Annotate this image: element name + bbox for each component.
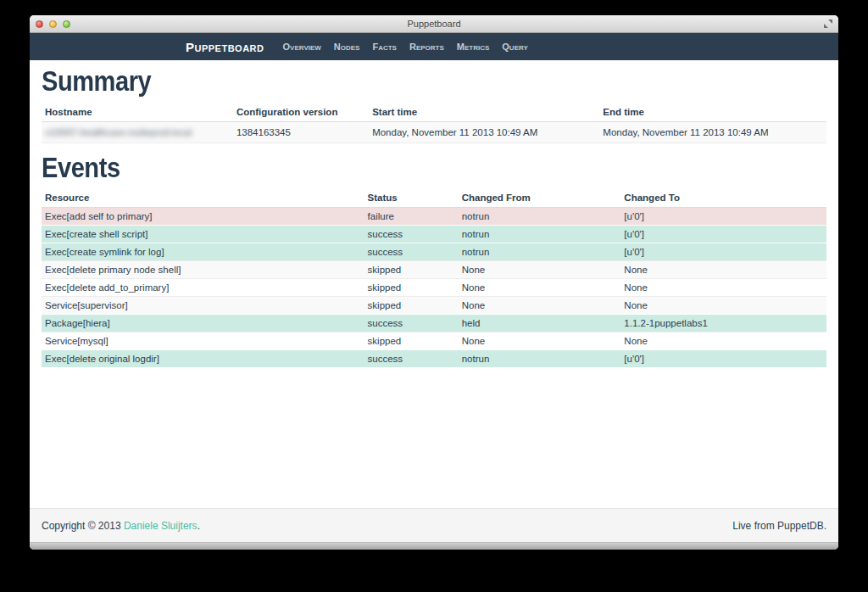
window-title: Puppetboard (30, 19, 838, 29)
summary-col-config-version: Configuration version (233, 103, 369, 122)
summary-table: Hostname Configuration version Start tim… (42, 103, 826, 143)
fullscreen-arrows-icon[interactable] (824, 20, 832, 28)
browser-window: Puppetboard Puppetboard Overview Nodes F… (30, 15, 838, 550)
window-titlebar[interactable]: Puppetboard (30, 15, 838, 33)
nav-item-metrics[interactable]: Metrics (457, 42, 490, 52)
event-row: Exec[delete add_to_primary] skipped None… (42, 279, 826, 297)
summary-col-hostname: Hostname (42, 103, 233, 122)
events-heading: Events (42, 154, 732, 183)
nav-item-reports[interactable]: Reports (409, 42, 444, 52)
events-col-changed-from: Changed From (459, 188, 621, 208)
event-row: Exec[add self to primary] failure notrun… (42, 208, 826, 226)
events-col-changed-to: Changed To (620, 188, 826, 208)
event-row: Exec[delete original logdir] success not… (42, 350, 826, 368)
close-button[interactable] (36, 20, 43, 28)
nav-item-facts[interactable]: Facts (372, 42, 397, 52)
summary-col-start-time: Start time (369, 103, 599, 122)
hostname-redacted: v10097.healthcare.nodeprod.local (45, 127, 192, 137)
event-row: Exec[delete primary node shell] skipped … (42, 261, 826, 279)
events-col-status: Status (364, 188, 459, 208)
event-row: Package[hiera] success held 1.1.2-1puppe… (42, 315, 826, 332)
zoom-button[interactable] (63, 20, 70, 28)
event-row: Service[supervisor] skipped None None (42, 297, 826, 315)
live-status-text: Live from PuppetDB. (732, 520, 826, 532)
summary-row: v10097.healthcare.nodeprod.local 1384163… (42, 121, 826, 142)
nav-item-query[interactable]: Query (502, 42, 528, 52)
traffic-lights (36, 15, 70, 32)
end-time-value: Monday, November 11 2013 10:49 AM (599, 121, 826, 142)
event-row: Service[mysql] skipped None None (42, 332, 826, 350)
event-row: Exec[create symlink for log] success not… (42, 243, 826, 261)
config-version-value: 1384163345 (233, 121, 369, 142)
author-link[interactable]: Daniele Sluijters (124, 520, 198, 532)
page-content: Summary Hostname Configuration version S… (30, 60, 838, 508)
start-time-value: Monday, November 11 2013 10:49 AM (369, 121, 599, 142)
nav-item-nodes[interactable]: Nodes (334, 42, 360, 52)
page-footer: Copyright © 2013 Daniele Sluijters. Live… (30, 508, 838, 542)
minimize-button[interactable] (49, 20, 57, 28)
desktop-background: Puppetboard Puppetboard Overview Nodes F… (0, 0, 868, 592)
copyright-text: Copyright © 2013 Daniele Sluijters. (42, 520, 200, 532)
summary-col-end-time: End time (599, 103, 826, 122)
events-header-row: Resource Status Changed From Changed To (42, 188, 826, 208)
summary-header-row: Hostname Configuration version Start tim… (42, 103, 826, 122)
navbar: Puppetboard Overview Nodes Facts Reports… (30, 33, 838, 60)
navbar-brand[interactable]: Puppetboard (186, 40, 264, 54)
nav-item-overview[interactable]: Overview (283, 42, 321, 52)
events-col-resource: Resource (42, 188, 364, 208)
summary-heading: Summary (42, 67, 732, 97)
events-table: Resource Status Changed From Changed To … (42, 188, 826, 367)
window-bottom-bar (30, 542, 838, 550)
event-row: Exec[create shell script] success notrun… (42, 226, 826, 243)
